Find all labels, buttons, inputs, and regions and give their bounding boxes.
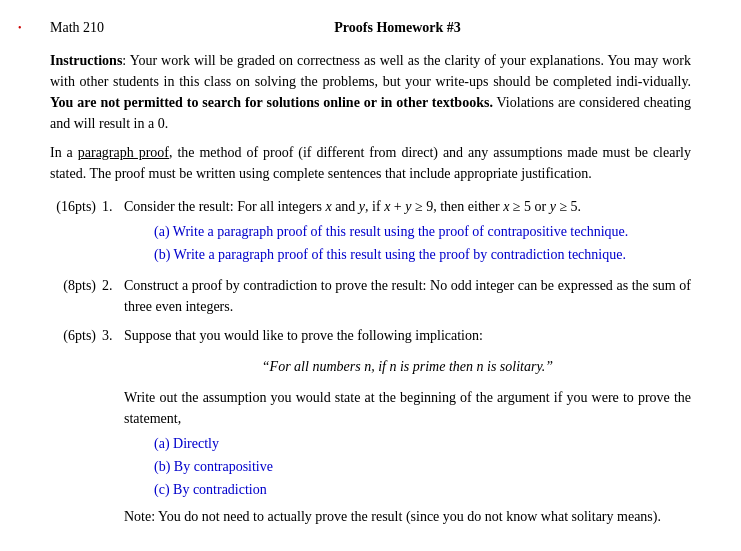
problem-3c-text: By contradiction	[173, 482, 267, 497]
problem-3c: (c) By contradiction	[154, 479, 691, 500]
problem-3-text: Suppose that you would like to prove the…	[124, 328, 483, 343]
instructions-para1: Instructions: Your work will be graded o…	[50, 50, 691, 134]
problem-2-content: Construct a proof by contradiction to pr…	[124, 275, 691, 317]
problem-2-row: (8pts) 2. Construct a proof by contradic…	[50, 275, 691, 317]
problem-1-points: (16pts)	[50, 196, 102, 217]
instructions-bold: You are not permitted to search for solu…	[50, 95, 493, 110]
problem-1-sub-items: (a) Write a paragraph proof of this resu…	[154, 221, 691, 265]
para2-underline: paragraph proof	[78, 145, 169, 160]
problem-1-content: Consider the result: For all integers x …	[124, 196, 691, 267]
page: • Math 210 Proofs Homework #3 Instructio…	[0, 10, 741, 551]
problem-1-text: Consider the result: For all integers x …	[124, 199, 581, 214]
instructions-text1: : Your work will be graded on correctnes…	[50, 53, 691, 89]
note-text: Note: You do not need to actually prove …	[124, 509, 661, 524]
instructions-label: Instructions	[50, 53, 122, 68]
problem-3b: (b) By contrapositive	[154, 456, 691, 477]
problem-1b: (b) Write a paragraph proof of this resu…	[154, 244, 691, 265]
problem-1a-label: (a)	[154, 224, 173, 239]
problem-2-text: Construct a proof by contradiction to pr…	[124, 278, 691, 314]
problem-1a-text: Write a paragraph proof of this result u…	[173, 224, 628, 239]
problem-1-row: (16pts) 1. Consider the result: For all …	[50, 196, 691, 267]
problems-section: (16pts) 1. Consider the result: For all …	[50, 196, 691, 527]
problem-3-content: Suppose that you would like to prove the…	[124, 325, 691, 527]
problem-1-num: 1.	[102, 196, 124, 217]
problem-3a-label: (a)	[154, 436, 173, 451]
header: Math 210 Proofs Homework #3	[50, 20, 691, 36]
problem-3a: (a) Directly	[154, 433, 691, 454]
problem-3-sub-items: (a) Directly (b) By contrapositive (c) B…	[154, 433, 691, 500]
problem-2-num: 2.	[102, 275, 124, 296]
course-label: Math 210	[50, 20, 104, 36]
homework-title: Proofs Homework #3	[104, 20, 691, 36]
problem-1a: (a) Write a paragraph proof of this resu…	[154, 221, 691, 242]
problem-3-num: 3.	[102, 325, 124, 346]
problem-3-row: (6pts) 3. Suppose that you would like to…	[50, 325, 691, 527]
problem-3-points: (6pts)	[50, 325, 102, 346]
instructions-block: Instructions: Your work will be graded o…	[50, 50, 691, 184]
problem-1b-label: (b)	[154, 247, 174, 262]
problem-3-write: Write out the assumption you would state…	[124, 387, 691, 429]
problem-3-note: Note: You do not need to actually prove …	[124, 506, 691, 527]
problem-2-points: (8pts)	[50, 275, 102, 296]
problem-3b-label: (b)	[154, 459, 174, 474]
problem-3a-text: Directly	[173, 436, 219, 451]
problem-3b-text: By contrapositive	[174, 459, 273, 474]
bullet-point: •	[18, 22, 22, 33]
problem-1b-text: Write a paragraph proof of this result u…	[174, 247, 626, 262]
problem-3-quote: “For all numbers n, if n is prime then n…	[124, 356, 691, 377]
instructions-para2: In a paragraph proof, the method of proo…	[50, 142, 691, 184]
problem-3c-label: (c)	[154, 482, 173, 497]
para2-prefix: In a	[50, 145, 78, 160]
